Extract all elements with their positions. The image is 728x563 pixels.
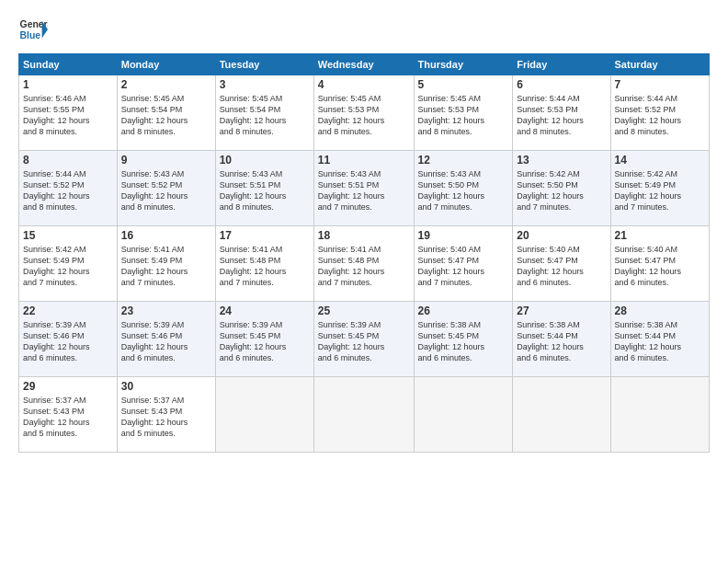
logo: General Blue [18,15,48,44]
day-cell: 2Sunrise: 5:45 AM Sunset: 5:54 PM Daylig… [117,75,215,151]
day-cell: 3Sunrise: 5:45 AM Sunset: 5:54 PM Daylig… [215,75,313,151]
day-number: 3 [220,78,310,91]
day-number: 27 [517,304,606,317]
day-cell: 23Sunrise: 5:39 AM Sunset: 5:46 PM Dayli… [117,302,215,377]
day-number: 19 [418,229,509,242]
weekday-sunday: Sunday [19,54,118,75]
weekday-friday: Friday [513,54,610,75]
day-detail: Sunrise: 5:45 AM Sunset: 5:54 PM Dayligh… [220,93,310,138]
day-cell: 19Sunrise: 5:40 AM Sunset: 5:47 PM Dayli… [414,226,513,302]
day-cell: 15Sunrise: 5:42 AM Sunset: 5:49 PM Dayli… [19,226,118,302]
day-cell: 29Sunrise: 5:37 AM Sunset: 5:43 PM Dayli… [19,377,118,453]
day-cell: 28Sunrise: 5:38 AM Sunset: 5:44 PM Dayli… [610,302,709,377]
day-detail: Sunrise: 5:44 AM Sunset: 5:53 PM Dayligh… [517,93,606,138]
day-detail: Sunrise: 5:42 AM Sunset: 5:49 PM Dayligh… [615,168,705,213]
week-row-1: 1Sunrise: 5:46 AM Sunset: 5:55 PM Daylig… [19,75,710,151]
general-blue-logo-icon: General Blue [18,15,48,44]
day-detail: Sunrise: 5:44 AM Sunset: 5:52 PM Dayligh… [23,168,113,213]
weekday-header-row: SundayMondayTuesdayWednesdayThursdayFrid… [19,54,710,75]
day-number: 8 [23,154,113,167]
day-cell: 9Sunrise: 5:43 AM Sunset: 5:52 PM Daylig… [117,151,215,226]
day-number: 22 [23,304,113,317]
day-detail: Sunrise: 5:45 AM Sunset: 5:53 PM Dayligh… [418,93,509,138]
page: General Blue SundayMondayTuesdayWednesda… [0,0,728,563]
day-cell: 25Sunrise: 5:39 AM Sunset: 5:45 PM Dayli… [313,302,414,377]
day-detail: Sunrise: 5:37 AM Sunset: 5:43 PM Dayligh… [23,395,113,440]
day-number: 26 [418,304,509,317]
day-cell: 11Sunrise: 5:43 AM Sunset: 5:51 PM Dayli… [313,151,414,226]
day-cell: 7Sunrise: 5:44 AM Sunset: 5:52 PM Daylig… [610,75,709,151]
week-row-5: 29Sunrise: 5:37 AM Sunset: 5:43 PM Dayli… [19,377,710,453]
day-number: 21 [615,229,705,242]
day-cell: 4Sunrise: 5:45 AM Sunset: 5:53 PM Daylig… [313,75,414,151]
day-detail: Sunrise: 5:38 AM Sunset: 5:44 PM Dayligh… [615,319,705,364]
day-cell: 24Sunrise: 5:39 AM Sunset: 5:45 PM Dayli… [215,302,313,377]
svg-text:Blue: Blue [20,30,41,40]
weekday-saturday: Saturday [610,54,709,75]
day-detail: Sunrise: 5:40 AM Sunset: 5:47 PM Dayligh… [517,244,606,289]
calendar-table: SundayMondayTuesdayWednesdayThursdayFrid… [18,53,710,453]
day-cell [610,377,709,453]
day-number: 24 [220,304,310,317]
day-number: 18 [318,229,410,242]
day-detail: Sunrise: 5:40 AM Sunset: 5:47 PM Dayligh… [615,244,705,289]
day-number: 30 [121,380,211,393]
day-cell: 10Sunrise: 5:43 AM Sunset: 5:51 PM Dayli… [215,151,313,226]
day-detail: Sunrise: 5:45 AM Sunset: 5:53 PM Dayligh… [318,93,410,138]
weekday-monday: Monday [117,54,215,75]
day-cell [313,377,414,453]
day-detail: Sunrise: 5:43 AM Sunset: 5:50 PM Dayligh… [418,168,509,213]
day-cell: 6Sunrise: 5:44 AM Sunset: 5:53 PM Daylig… [513,75,610,151]
day-detail: Sunrise: 5:44 AM Sunset: 5:52 PM Dayligh… [615,93,705,138]
day-cell [215,377,313,453]
day-cell: 27Sunrise: 5:38 AM Sunset: 5:44 PM Dayli… [513,302,610,377]
day-cell: 18Sunrise: 5:41 AM Sunset: 5:48 PM Dayli… [313,226,414,302]
week-row-2: 8Sunrise: 5:44 AM Sunset: 5:52 PM Daylig… [19,151,710,226]
day-cell: 12Sunrise: 5:43 AM Sunset: 5:50 PM Dayli… [414,151,513,226]
day-detail: Sunrise: 5:39 AM Sunset: 5:45 PM Dayligh… [220,319,310,364]
day-number: 5 [418,78,509,91]
day-detail: Sunrise: 5:42 AM Sunset: 5:49 PM Dayligh… [23,244,113,289]
day-cell: 21Sunrise: 5:40 AM Sunset: 5:47 PM Dayli… [610,226,709,302]
day-number: 29 [23,380,113,393]
day-detail: Sunrise: 5:42 AM Sunset: 5:50 PM Dayligh… [517,168,606,213]
day-detail: Sunrise: 5:43 AM Sunset: 5:52 PM Dayligh… [121,168,211,213]
day-cell: 22Sunrise: 5:39 AM Sunset: 5:46 PM Dayli… [19,302,118,377]
day-detail: Sunrise: 5:46 AM Sunset: 5:55 PM Dayligh… [23,93,113,138]
day-cell: 30Sunrise: 5:37 AM Sunset: 5:43 PM Dayli… [117,377,215,453]
day-number: 14 [615,154,705,167]
day-detail: Sunrise: 5:41 AM Sunset: 5:49 PM Dayligh… [121,244,211,289]
day-detail: Sunrise: 5:38 AM Sunset: 5:45 PM Dayligh… [418,319,509,364]
day-detail: Sunrise: 5:38 AM Sunset: 5:44 PM Dayligh… [517,319,606,364]
weekday-thursday: Thursday [414,54,513,75]
day-cell: 8Sunrise: 5:44 AM Sunset: 5:52 PM Daylig… [19,151,118,226]
day-cell [513,377,610,453]
weekday-wednesday: Wednesday [313,54,414,75]
day-number: 1 [23,78,113,91]
day-detail: Sunrise: 5:41 AM Sunset: 5:48 PM Dayligh… [318,244,410,289]
day-cell [414,377,513,453]
day-number: 13 [517,154,606,167]
day-cell: 16Sunrise: 5:41 AM Sunset: 5:49 PM Dayli… [117,226,215,302]
day-number: 16 [121,229,211,242]
day-detail: Sunrise: 5:39 AM Sunset: 5:46 PM Dayligh… [121,319,211,364]
day-cell: 17Sunrise: 5:41 AM Sunset: 5:48 PM Dayli… [215,226,313,302]
week-row-3: 15Sunrise: 5:42 AM Sunset: 5:49 PM Dayli… [19,226,710,302]
day-cell: 26Sunrise: 5:38 AM Sunset: 5:45 PM Dayli… [414,302,513,377]
day-detail: Sunrise: 5:40 AM Sunset: 5:47 PM Dayligh… [418,244,509,289]
day-number: 6 [517,78,606,91]
day-number: 23 [121,304,211,317]
day-detail: Sunrise: 5:43 AM Sunset: 5:51 PM Dayligh… [318,168,410,213]
day-detail: Sunrise: 5:39 AM Sunset: 5:45 PM Dayligh… [318,319,410,364]
day-cell: 20Sunrise: 5:40 AM Sunset: 5:47 PM Dayli… [513,226,610,302]
day-detail: Sunrise: 5:37 AM Sunset: 5:43 PM Dayligh… [121,395,211,440]
day-number: 7 [615,78,705,91]
day-number: 12 [418,154,509,167]
day-number: 25 [318,304,410,317]
day-number: 28 [615,304,705,317]
day-detail: Sunrise: 5:39 AM Sunset: 5:46 PM Dayligh… [23,319,113,364]
day-detail: Sunrise: 5:45 AM Sunset: 5:54 PM Dayligh… [121,93,211,138]
day-cell: 14Sunrise: 5:42 AM Sunset: 5:49 PM Dayli… [610,151,709,226]
day-number: 10 [220,154,310,167]
day-number: 9 [121,154,211,167]
